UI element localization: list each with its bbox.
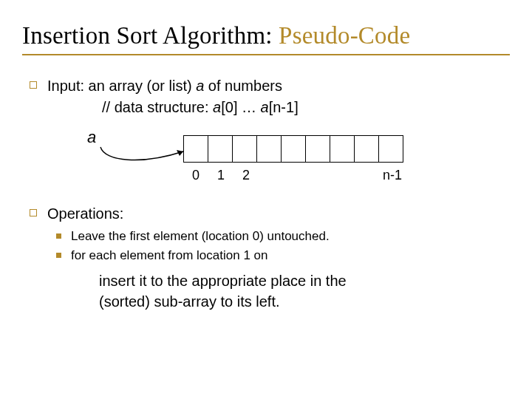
conclusion-line-1: insert it to the appropriate place in th… bbox=[99, 273, 347, 289]
input-suffix: of numbers bbox=[204, 78, 282, 94]
index-2: 2 bbox=[242, 168, 250, 183]
array-cell bbox=[378, 135, 403, 163]
data-structure-line: // data structure: a[0] … a[n-1] bbox=[102, 98, 510, 117]
title-underline bbox=[22, 54, 510, 55]
sub-item-1: Leave the first element (location 0) unt… bbox=[55, 228, 510, 245]
ds-var-a0: a bbox=[213, 99, 221, 115]
title-text: Insertion Sort Algorithm: bbox=[22, 22, 279, 49]
array-cell bbox=[208, 135, 233, 163]
ds-mid: [0] … bbox=[221, 99, 260, 115]
array-cells bbox=[183, 135, 403, 163]
operations-sublist: Leave the first element (location 0) unt… bbox=[55, 228, 510, 265]
square-bullet-icon bbox=[28, 81, 40, 89]
content-block: Input: an array (or list) a of numbers /… bbox=[28, 76, 510, 312]
arrow-icon bbox=[98, 132, 186, 169]
input-prefix: Input: an array (or list) bbox=[47, 78, 196, 94]
array-diagram: a 0 1 2 n-1 bbox=[87, 128, 510, 198]
ds-tail: [n-1] bbox=[269, 99, 299, 115]
conclusion-text: insert it to the appropriate place in th… bbox=[99, 270, 510, 312]
array-cell bbox=[256, 135, 282, 163]
sub-item-2: for each element from location 1 on bbox=[55, 248, 510, 265]
array-cell bbox=[232, 135, 257, 163]
array-cell bbox=[281, 135, 306, 163]
conclusion-line-2: (sorted) sub-array to its left. bbox=[99, 293, 280, 310]
input-text: Input: an array (or list) a of numbers bbox=[47, 76, 282, 96]
title-highlight: Pseudo-Code bbox=[279, 22, 410, 49]
index-n-1: n-1 bbox=[383, 168, 402, 183]
array-cell bbox=[330, 135, 355, 163]
array-cell bbox=[305, 135, 330, 163]
slide-title: Insertion Sort Algorithm: Pseudo-Code bbox=[22, 22, 510, 50]
sub-text-1: Leave the first element (location 0) unt… bbox=[71, 228, 330, 245]
square-bullet-icon bbox=[28, 208, 40, 217]
ds-prefix: // data structure: bbox=[102, 99, 213, 115]
index-0: 0 bbox=[192, 168, 200, 183]
operations-heading: Operations: bbox=[47, 204, 123, 224]
input-row: Input: an array (or list) a of numbers bbox=[28, 76, 510, 96]
array-cell bbox=[183, 135, 208, 163]
slide: Insertion Sort Algorithm: Pseudo-Code In… bbox=[0, 0, 532, 330]
index-1: 1 bbox=[217, 168, 225, 183]
sub-text-2: for each element from location 1 on bbox=[71, 248, 267, 265]
array-label-a: a bbox=[87, 128, 96, 147]
ds-var-an: a bbox=[261, 99, 269, 115]
array-cell bbox=[354, 135, 379, 163]
input-var-a: a bbox=[196, 78, 204, 94]
operations-row: Operations: bbox=[28, 204, 510, 224]
